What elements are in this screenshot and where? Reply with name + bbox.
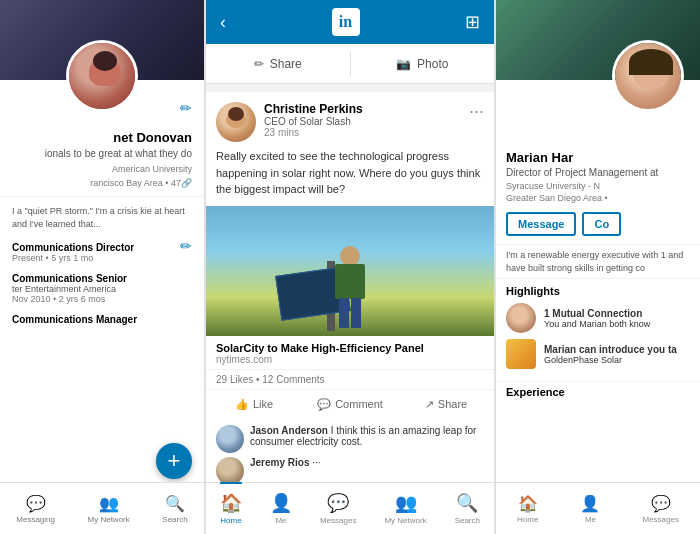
center-feed-panel: ‹ in ⊞ ✏ Share 📷 Photo Christine Perkins… bbox=[205, 0, 495, 534]
center-nav-search[interactable]: 🔍 Search bbox=[455, 492, 480, 525]
center-nav-network[interactable]: 👥 My Network bbox=[384, 492, 426, 525]
center-nav-home[interactable]: 🏠 Home bbox=[220, 492, 242, 525]
right-nav-home-label: Home bbox=[517, 515, 538, 524]
left-nav-search-label: Search bbox=[162, 515, 187, 524]
right-experience-section: Experience bbox=[496, 381, 700, 402]
right-user-bio: I'm a renewable energy executive with 1 … bbox=[496, 244, 700, 278]
exp-item-1: Communications Director Present • 5 yrs … bbox=[12, 242, 192, 263]
share-label: Share bbox=[270, 57, 302, 71]
comment-more-2: ··· bbox=[312, 457, 320, 468]
highlight-item-intro: Marian can introduce you ta GoldenPhase … bbox=[506, 339, 690, 369]
right-bottom-nav: 🏠 Home 👤 Me 💬 Messages bbox=[496, 482, 700, 534]
comment-avatar-2 bbox=[216, 457, 244, 483]
right-user-location: Greater San Diego Area • bbox=[496, 192, 700, 204]
message-button[interactable]: Message bbox=[506, 212, 576, 236]
post-stats: 29 Likes • 12 Comments bbox=[206, 369, 494, 389]
post-author-name[interactable]: Christine Perkins bbox=[264, 102, 461, 116]
post-author-avatar[interactable] bbox=[216, 102, 256, 142]
right-nav-messages[interactable]: 💬 Messages bbox=[643, 494, 679, 524]
chevron-left-icon[interactable]: ‹ bbox=[220, 12, 226, 33]
connect-button[interactable]: Co bbox=[582, 212, 621, 236]
right-nav-me[interactable]: 👤 Me bbox=[580, 494, 600, 524]
exp-company-2: ter Entertainment America bbox=[12, 284, 192, 294]
post-card: Christine Perkins CEO of Solar Slash 23 … bbox=[206, 92, 494, 482]
center-nav-me[interactable]: 👤 Me bbox=[270, 492, 292, 525]
post-meta: Christine Perkins CEO of Solar Slash 23 … bbox=[264, 102, 461, 138]
left-nav-network[interactable]: 👥 My Network bbox=[88, 494, 130, 524]
like-button[interactable]: 👍 Like bbox=[206, 392, 302, 417]
fab-button[interactable]: + bbox=[156, 443, 192, 479]
camera-icon: 📷 bbox=[396, 57, 411, 71]
my-network-icon: 👥 bbox=[395, 492, 417, 514]
network-icon: 👥 bbox=[99, 494, 119, 513]
edit-profile-icon[interactable]: ✏ bbox=[180, 100, 192, 116]
share-post-label: Share bbox=[438, 398, 467, 410]
comment-name-1[interactable]: Jason Anderson bbox=[250, 425, 328, 436]
right-nav-messages-label: Messages bbox=[643, 515, 679, 524]
post-text: Really excited to see the technological … bbox=[206, 148, 494, 206]
center-nav-me-label: Me bbox=[275, 516, 286, 525]
right-me-icon: 👤 bbox=[580, 494, 600, 513]
mutual-connection-avatar bbox=[506, 303, 536, 333]
right-nav-home[interactable]: 🏠 Home bbox=[517, 494, 538, 524]
comment-name-2[interactable]: Jeremy Rios bbox=[250, 457, 309, 468]
exp-item-2: Communications Senior ter Entertainment … bbox=[12, 273, 192, 304]
intro-bold: Marian can introduce you ta bbox=[544, 344, 677, 355]
center-nav-home-label: Home bbox=[220, 516, 241, 525]
home-icon: 🏠 bbox=[220, 492, 242, 514]
center-header: ‹ in ⊞ bbox=[206, 0, 494, 44]
post-more-button[interactable]: ··· bbox=[469, 102, 484, 120]
highlights-title: Highlights bbox=[506, 285, 690, 297]
comment-avatar-1 bbox=[216, 425, 244, 453]
left-nav-search[interactable]: 🔍 Search bbox=[162, 494, 187, 524]
left-avatar[interactable] bbox=[66, 40, 138, 112]
left-user-location: rancisco Bay Area • 47🔗 bbox=[0, 176, 204, 190]
post-image bbox=[206, 206, 494, 336]
share-edit-icon: ✏ bbox=[254, 57, 264, 71]
comment-item-2: Jeremy Rios ··· bbox=[216, 457, 484, 483]
photo-button[interactable]: 📷 Photo bbox=[351, 44, 495, 83]
right-user-school: Syracuse University - N bbox=[496, 180, 700, 192]
post-link-title[interactable]: SolarCity to Make High-Efficiency Panel bbox=[216, 342, 484, 354]
highlights-section: Highlights 1 Mutual Connection You and M… bbox=[496, 278, 700, 381]
post-author-title: CEO of Solar Slash bbox=[264, 116, 461, 127]
right-experience-title: Experience bbox=[506, 386, 690, 398]
center-feed: Christine Perkins CEO of Solar Slash 23 … bbox=[206, 84, 494, 482]
comment-text-2: Jeremy Rios ··· bbox=[250, 457, 484, 483]
center-nav-search-label: Search bbox=[455, 516, 480, 525]
intro-company-logo bbox=[506, 339, 536, 369]
center-bottom-nav: 🏠 Home 👤 Me 💬 Messages 👥 My Network 🔍 Se… bbox=[206, 482, 494, 534]
center-nav-messages-label: Messages bbox=[320, 516, 356, 525]
center-nav-messages[interactable]: 💬 Messages bbox=[320, 492, 356, 525]
comment-section: Jason Anderson I think this is an amazin… bbox=[206, 419, 494, 483]
left-profile-panel: ✏ net Donovan ionals to be great at what… bbox=[0, 0, 205, 534]
right-avatar-wrap bbox=[612, 40, 684, 112]
like-label: Like bbox=[253, 398, 273, 410]
comment-button[interactable]: 💬 Comment bbox=[302, 392, 398, 417]
linkedin-logo: in bbox=[332, 8, 360, 36]
right-home-icon: 🏠 bbox=[518, 494, 538, 513]
post-link-preview: SolarCity to Make High-Efficiency Panel … bbox=[206, 336, 494, 369]
mutual-connection-bold: 1 Mutual Connection bbox=[544, 308, 650, 319]
grid-icon[interactable]: ⊞ bbox=[465, 11, 480, 33]
exp-item-3: Communications Manager bbox=[12, 314, 192, 325]
left-nav-messaging[interactable]: 💬 Messaging bbox=[16, 494, 55, 524]
comment-text-1: Jason Anderson I think this is an amazin… bbox=[250, 425, 484, 453]
share-post-icon: ↗ bbox=[425, 398, 434, 411]
right-avatar[interactable] bbox=[612, 40, 684, 112]
post-time: 23 mins bbox=[264, 127, 461, 138]
thumb-up-icon: 👍 bbox=[235, 398, 249, 411]
right-user-name: Marian Har bbox=[496, 144, 700, 165]
exp-title-2: Communications Senior bbox=[12, 273, 192, 284]
intro-company: GoldenPhase Solar bbox=[544, 355, 622, 365]
left-user-school: American University bbox=[0, 162, 204, 176]
share-button[interactable]: ✏ Share bbox=[206, 44, 350, 83]
photo-label: Photo bbox=[417, 57, 448, 71]
exp-duration-1: Present • 5 yrs 1 mo bbox=[12, 253, 192, 263]
share-post-button[interactable]: ↗ Share bbox=[398, 392, 494, 417]
left-user-name: net Donovan bbox=[0, 130, 204, 145]
left-nav-network-label: My Network bbox=[88, 515, 130, 524]
exp-title-1: Communications Director bbox=[12, 242, 192, 253]
left-bottom-nav: 💬 Messaging 👥 My Network 🔍 Search bbox=[0, 482, 204, 534]
left-nav-messaging-label: Messaging bbox=[16, 515, 55, 524]
